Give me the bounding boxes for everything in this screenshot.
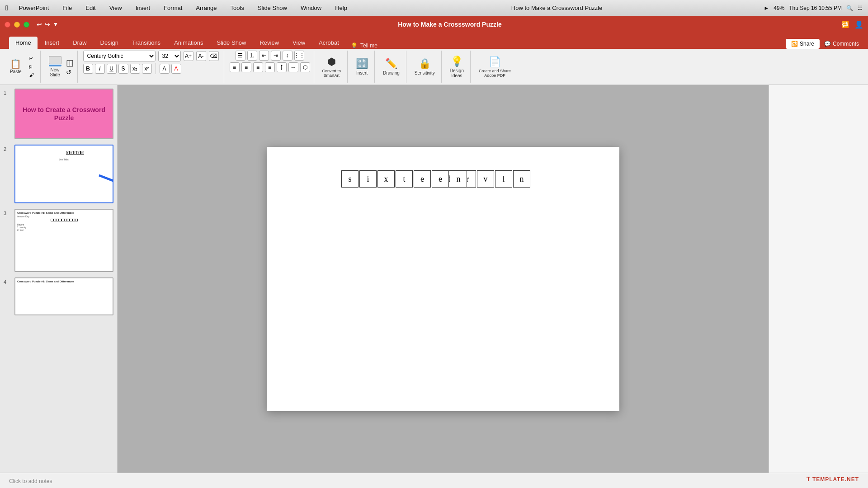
slide-item-2[interactable]: 2 t h r e e [No Title] [4, 145, 113, 203]
menu-help[interactable]: Help [332, 4, 350, 12]
ribbon-tabs: Home Insert Draw Design Transitions Anim… [0, 33, 868, 49]
cut-button[interactable]: ✂ [26, 55, 37, 62]
font-family-select[interactable]: Century Gothic [83, 51, 156, 61]
insert-group: 🔡 Insert [349, 51, 375, 83]
slide-thumb-2[interactable]: t h r e e [No Title] [14, 145, 113, 203]
menu-arrange[interactable]: Arrange [193, 4, 219, 12]
align-center-button[interactable]: ≡ [241, 62, 251, 72]
numbering-button[interactable]: 1. [247, 51, 257, 61]
create-share-pdf-button[interactable]: 📄 Create and Share Adobe PDF [476, 54, 514, 80]
menu-insert[interactable]: Insert [133, 4, 153, 12]
control-icon[interactable]: ☷ [858, 5, 863, 11]
menu-edit[interactable]: Edit [83, 4, 98, 12]
layout-icon[interactable]: ◫ [66, 58, 74, 68]
main-workspace: 1 How to Create a Crossword Puzzle 2 t h… [0, 85, 868, 473]
slide-item-1[interactable]: 1 How to Create a Crossword Puzzle [4, 89, 113, 139]
search-icon[interactable]: 🔍 [846, 5, 853, 11]
window-title: How to Make a Crosssword Puzzle [62, 21, 838, 28]
design-ideas-button[interactable]: 💡 Design Ideas [447, 54, 467, 80]
tell-me-label[interactable]: Tell me [360, 42, 377, 49]
indent-more-button[interactable]: ⇥ [271, 51, 281, 61]
crossword-grid[interactable]: .cw { position:absolute; width:38px; hei… [341, 170, 545, 387]
align-right-button[interactable]: ≡ [253, 62, 263, 72]
slide2-arrow [94, 171, 113, 193]
superscript-button[interactable]: x² [142, 64, 152, 74]
window-maximize-button[interactable] [24, 22, 29, 28]
format-painter-button[interactable]: 🖌 [26, 71, 37, 79]
clear-format-button[interactable]: ⌫ [209, 51, 219, 61]
italic-button[interactable]: I [95, 64, 105, 74]
tab-view[interactable]: View [286, 37, 311, 49]
font-size-select[interactable]: 32 [158, 51, 181, 61]
justify-button[interactable]: ≡ [265, 62, 275, 72]
new-slide-button[interactable]: New Slide [46, 54, 64, 79]
tab-design[interactable]: Design [94, 37, 125, 49]
font-color-button[interactable]: A [171, 64, 181, 74]
share-button[interactable]: 🔁 Share [786, 39, 820, 49]
tab-transitions[interactable]: Transitions [126, 37, 167, 49]
quickaccess-icon[interactable]: ▼ [53, 21, 58, 28]
underline-button[interactable]: U [107, 64, 117, 74]
sensitivity-button[interactable]: 🔒 Sensitivity [412, 56, 438, 77]
profile-icon[interactable]: 👤 [854, 20, 863, 29]
paste-button[interactable]: 📋 Paste [7, 57, 24, 76]
menu-file[interactable]: File [60, 4, 75, 12]
drawing-button[interactable]: ✏️ Drawing [380, 56, 402, 77]
line-spacing-button[interactable]: ↕ [283, 51, 292, 61]
slide-num-2: 2 [4, 146, 11, 152]
canvas-area[interactable]: .cw { position:absolute; width:38px; hei… [118, 85, 769, 473]
menubar-right: ► 49% Thu Sep 16 10:55 PM 🔍 ☷ [764, 5, 863, 11]
slide-item-4[interactable]: 4 Crossword Puzzle #1: Same and Differen… [4, 277, 113, 315]
tab-animations[interactable]: Animations [168, 37, 209, 49]
indent-less-button[interactable]: ⇤ [259, 51, 269, 61]
strikethrough-button[interactable]: S [118, 64, 128, 74]
comments-button[interactable]: 💬 Comments [824, 41, 859, 47]
ribbon-toolbar: 📋 Paste ✂ ⎘ 🖌 New Slide ◫ ↺ Century Goth… [0, 49, 868, 85]
text-align-vertical-button[interactable]: ↔ [288, 62, 298, 72]
menu-view[interactable]: View [107, 4, 125, 12]
slide-item-3[interactable]: 3 Crossword Puzzle #1: Same and Differen… [4, 209, 113, 272]
tab-review[interactable]: Review [253, 37, 285, 49]
drawing-group: ✏️ Drawing [377, 51, 406, 83]
insert-button[interactable]: 🔡 Insert [353, 56, 371, 77]
convert-smartart-button[interactable]: ⬢ Convert to SmartArt [320, 54, 344, 80]
undo-icon[interactable]: ↩ [37, 21, 42, 28]
window-close-button[interactable] [5, 22, 10, 28]
slide-thumb-1[interactable]: How to Create a Crossword Puzzle [14, 89, 113, 139]
increase-font-button[interactable]: A+ [184, 51, 193, 61]
slide-thumb-4[interactable]: Crossword Puzzle #1: Same and Difference… [14, 277, 113, 315]
menu-powerpoint[interactable]: PowerPoint [16, 4, 52, 12]
share-icon[interactable]: 🔁 [841, 21, 849, 28]
lightbulb-icon: 💡 [351, 42, 358, 49]
tab-draw[interactable]: Draw [66, 37, 93, 49]
columns-button[interactable]: ⋮⋮ [294, 51, 304, 61]
text-direction-button[interactable]: ⭥ [277, 62, 287, 72]
apple-icon[interactable]:  [5, 4, 8, 12]
menu-format[interactable]: Format [161, 4, 185, 12]
copy-button[interactable]: ⎘ [26, 63, 37, 70]
bullets-button[interactable]: ☰ [236, 51, 245, 61]
decrease-font-button[interactable]: A- [196, 51, 206, 61]
menu-slideshow[interactable]: Slide Show [255, 4, 290, 12]
notes-bar[interactable]: Click to add notes [0, 473, 868, 488]
slide-panel[interactable]: 1 How to Create a Crossword Puzzle 2 t h… [0, 85, 118, 473]
subscript-button[interactable]: x₂ [130, 64, 140, 74]
menu-window[interactable]: Window [298, 4, 324, 12]
align-left-button[interactable]: ≡ [230, 62, 240, 72]
tab-home[interactable]: Home [9, 37, 38, 49]
text-shadow-button[interactable]: A [160, 64, 170, 74]
window-minimize-button[interactable] [14, 22, 20, 28]
tab-acrobat[interactable]: Acrobat [312, 37, 345, 49]
slide-thumb-3[interactable]: Crossword Puzzle #1: Same and Difference… [14, 209, 113, 272]
smartart-button[interactable]: ⬡ [300, 62, 310, 72]
bold-button[interactable]: B [83, 64, 93, 74]
tab-slideshow[interactable]: Slide Show [210, 37, 252, 49]
wifi-icon: ► [764, 5, 769, 11]
convert-group: ⬢ Convert to SmartArt [316, 51, 348, 83]
tab-insert[interactable]: Insert [38, 37, 66, 49]
cell-eleven-l: l [495, 170, 512, 188]
redo-icon[interactable]: ↪ [45, 21, 50, 28]
notes-placeholder[interactable]: Click to add notes [9, 478, 52, 484]
reset-icon[interactable]: ↺ [66, 69, 74, 76]
menu-tools[interactable]: Tools [228, 4, 247, 12]
